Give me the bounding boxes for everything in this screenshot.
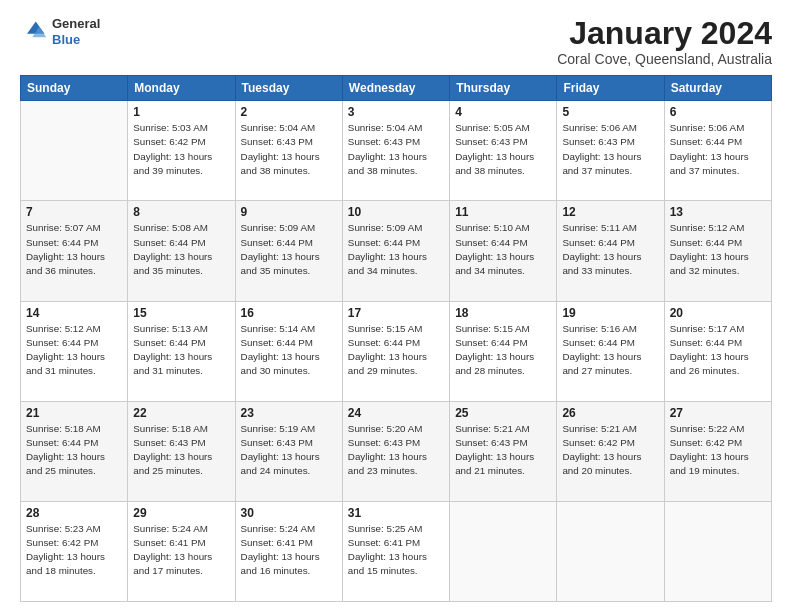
day-number: 27 — [670, 406, 766, 420]
table-row: 16Sunrise: 5:14 AM Sunset: 6:44 PM Dayli… — [235, 301, 342, 401]
logo-text: General Blue — [52, 16, 100, 47]
day-info: Sunrise: 5:05 AM Sunset: 6:43 PM Dayligh… — [455, 121, 551, 178]
table-row — [21, 101, 128, 201]
day-info: Sunrise: 5:14 AM Sunset: 6:44 PM Dayligh… — [241, 322, 337, 379]
table-row: 20Sunrise: 5:17 AM Sunset: 6:44 PM Dayli… — [664, 301, 771, 401]
day-info: Sunrise: 5:21 AM Sunset: 6:43 PM Dayligh… — [455, 422, 551, 479]
calendar-week-row: 1Sunrise: 5:03 AM Sunset: 6:42 PM Daylig… — [21, 101, 772, 201]
day-info: Sunrise: 5:17 AM Sunset: 6:44 PM Dayligh… — [670, 322, 766, 379]
day-number: 16 — [241, 306, 337, 320]
day-info: Sunrise: 5:07 AM Sunset: 6:44 PM Dayligh… — [26, 221, 122, 278]
day-number: 12 — [562, 205, 658, 219]
table-row: 11Sunrise: 5:10 AM Sunset: 6:44 PM Dayli… — [450, 201, 557, 301]
day-info: Sunrise: 5:15 AM Sunset: 6:44 PM Dayligh… — [455, 322, 551, 379]
day-number: 17 — [348, 306, 444, 320]
day-info: Sunrise: 5:06 AM Sunset: 6:43 PM Dayligh… — [562, 121, 658, 178]
day-info: Sunrise: 5:09 AM Sunset: 6:44 PM Dayligh… — [241, 221, 337, 278]
calendar-header-row: Sunday Monday Tuesday Wednesday Thursday… — [21, 76, 772, 101]
day-info: Sunrise: 5:18 AM Sunset: 6:44 PM Dayligh… — [26, 422, 122, 479]
col-sunday: Sunday — [21, 76, 128, 101]
day-number: 7 — [26, 205, 122, 219]
logo-icon — [20, 18, 48, 46]
table-row: 31Sunrise: 5:25 AM Sunset: 6:41 PM Dayli… — [342, 501, 449, 601]
day-number: 24 — [348, 406, 444, 420]
day-number: 30 — [241, 506, 337, 520]
table-row: 24Sunrise: 5:20 AM Sunset: 6:43 PM Dayli… — [342, 401, 449, 501]
table-row: 13Sunrise: 5:12 AM Sunset: 6:44 PM Dayli… — [664, 201, 771, 301]
table-row: 18Sunrise: 5:15 AM Sunset: 6:44 PM Dayli… — [450, 301, 557, 401]
table-row: 10Sunrise: 5:09 AM Sunset: 6:44 PM Dayli… — [342, 201, 449, 301]
day-number: 18 — [455, 306, 551, 320]
day-number: 25 — [455, 406, 551, 420]
day-number: 28 — [26, 506, 122, 520]
day-info: Sunrise: 5:03 AM Sunset: 6:42 PM Dayligh… — [133, 121, 229, 178]
page: General Blue January 2024 Coral Cove, Qu… — [0, 0, 792, 612]
logo: General Blue — [20, 16, 100, 47]
day-info: Sunrise: 5:09 AM Sunset: 6:44 PM Dayligh… — [348, 221, 444, 278]
day-info: Sunrise: 5:25 AM Sunset: 6:41 PM Dayligh… — [348, 522, 444, 579]
table-row: 19Sunrise: 5:16 AM Sunset: 6:44 PM Dayli… — [557, 301, 664, 401]
calendar-week-row: 28Sunrise: 5:23 AM Sunset: 6:42 PM Dayli… — [21, 501, 772, 601]
table-row: 22Sunrise: 5:18 AM Sunset: 6:43 PM Dayli… — [128, 401, 235, 501]
day-number: 11 — [455, 205, 551, 219]
table-row: 23Sunrise: 5:19 AM Sunset: 6:43 PM Dayli… — [235, 401, 342, 501]
table-row: 29Sunrise: 5:24 AM Sunset: 6:41 PM Dayli… — [128, 501, 235, 601]
day-number: 20 — [670, 306, 766, 320]
table-row: 5Sunrise: 5:06 AM Sunset: 6:43 PM Daylig… — [557, 101, 664, 201]
day-info: Sunrise: 5:23 AM Sunset: 6:42 PM Dayligh… — [26, 522, 122, 579]
day-info: Sunrise: 5:13 AM Sunset: 6:44 PM Dayligh… — [133, 322, 229, 379]
table-row: 25Sunrise: 5:21 AM Sunset: 6:43 PM Dayli… — [450, 401, 557, 501]
day-number: 23 — [241, 406, 337, 420]
day-number: 22 — [133, 406, 229, 420]
calendar-week-row: 21Sunrise: 5:18 AM Sunset: 6:44 PM Dayli… — [21, 401, 772, 501]
table-row: 17Sunrise: 5:15 AM Sunset: 6:44 PM Dayli… — [342, 301, 449, 401]
logo-blue-label: Blue — [52, 32, 100, 48]
day-info: Sunrise: 5:24 AM Sunset: 6:41 PM Dayligh… — [241, 522, 337, 579]
table-row — [557, 501, 664, 601]
day-info: Sunrise: 5:18 AM Sunset: 6:43 PM Dayligh… — [133, 422, 229, 479]
day-number: 10 — [348, 205, 444, 219]
table-row: 6Sunrise: 5:06 AM Sunset: 6:44 PM Daylig… — [664, 101, 771, 201]
table-row: 27Sunrise: 5:22 AM Sunset: 6:42 PM Dayli… — [664, 401, 771, 501]
day-number: 2 — [241, 105, 337, 119]
col-tuesday: Tuesday — [235, 76, 342, 101]
table-row: 30Sunrise: 5:24 AM Sunset: 6:41 PM Dayli… — [235, 501, 342, 601]
calendar-week-row: 7Sunrise: 5:07 AM Sunset: 6:44 PM Daylig… — [21, 201, 772, 301]
day-info: Sunrise: 5:08 AM Sunset: 6:44 PM Dayligh… — [133, 221, 229, 278]
day-number: 21 — [26, 406, 122, 420]
day-number: 15 — [133, 306, 229, 320]
table-row: 12Sunrise: 5:11 AM Sunset: 6:44 PM Dayli… — [557, 201, 664, 301]
table-row: 15Sunrise: 5:13 AM Sunset: 6:44 PM Dayli… — [128, 301, 235, 401]
col-wednesday: Wednesday — [342, 76, 449, 101]
day-info: Sunrise: 5:06 AM Sunset: 6:44 PM Dayligh… — [670, 121, 766, 178]
day-number: 14 — [26, 306, 122, 320]
day-info: Sunrise: 5:22 AM Sunset: 6:42 PM Dayligh… — [670, 422, 766, 479]
day-number: 13 — [670, 205, 766, 219]
day-number: 1 — [133, 105, 229, 119]
day-info: Sunrise: 5:11 AM Sunset: 6:44 PM Dayligh… — [562, 221, 658, 278]
table-row — [450, 501, 557, 601]
day-info: Sunrise: 5:04 AM Sunset: 6:43 PM Dayligh… — [241, 121, 337, 178]
col-saturday: Saturday — [664, 76, 771, 101]
col-friday: Friday — [557, 76, 664, 101]
table-row: 2Sunrise: 5:04 AM Sunset: 6:43 PM Daylig… — [235, 101, 342, 201]
day-number: 19 — [562, 306, 658, 320]
calendar-week-row: 14Sunrise: 5:12 AM Sunset: 6:44 PM Dayli… — [21, 301, 772, 401]
day-number: 3 — [348, 105, 444, 119]
day-number: 9 — [241, 205, 337, 219]
table-row: 1Sunrise: 5:03 AM Sunset: 6:42 PM Daylig… — [128, 101, 235, 201]
day-number: 5 — [562, 105, 658, 119]
day-info: Sunrise: 5:20 AM Sunset: 6:43 PM Dayligh… — [348, 422, 444, 479]
header: General Blue January 2024 Coral Cove, Qu… — [20, 16, 772, 67]
table-row: 28Sunrise: 5:23 AM Sunset: 6:42 PM Dayli… — [21, 501, 128, 601]
day-info: Sunrise: 5:24 AM Sunset: 6:41 PM Dayligh… — [133, 522, 229, 579]
table-row: 3Sunrise: 5:04 AM Sunset: 6:43 PM Daylig… — [342, 101, 449, 201]
table-row: 7Sunrise: 5:07 AM Sunset: 6:44 PM Daylig… — [21, 201, 128, 301]
table-row — [664, 501, 771, 601]
day-info: Sunrise: 5:12 AM Sunset: 6:44 PM Dayligh… — [670, 221, 766, 278]
day-number: 8 — [133, 205, 229, 219]
col-monday: Monday — [128, 76, 235, 101]
day-info: Sunrise: 5:04 AM Sunset: 6:43 PM Dayligh… — [348, 121, 444, 178]
col-thursday: Thursday — [450, 76, 557, 101]
day-info: Sunrise: 5:21 AM Sunset: 6:42 PM Dayligh… — [562, 422, 658, 479]
